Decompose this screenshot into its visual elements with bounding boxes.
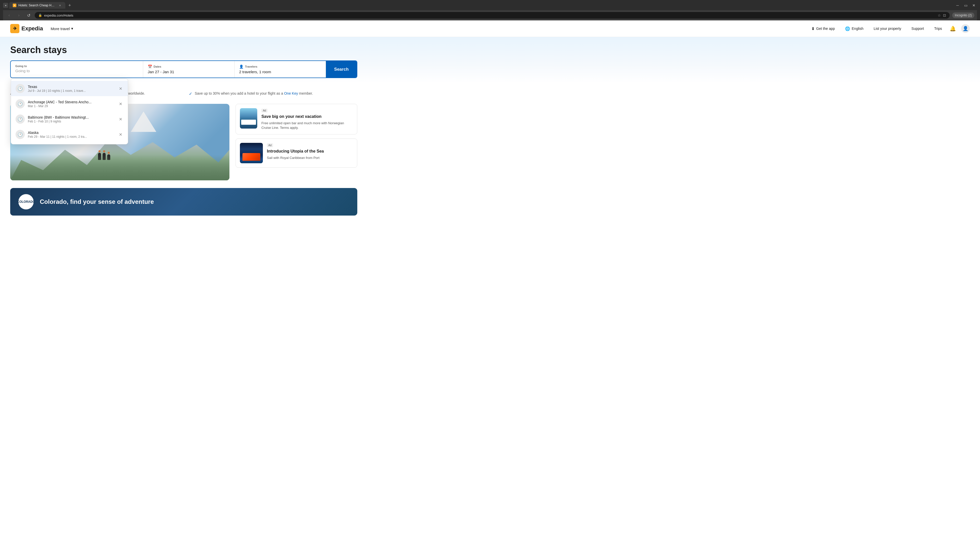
site-header: ✈ Expedia More travel ▾ ⬇ Get the app 🌐 … [0,21,980,37]
ad-badge-2: Ad [267,143,273,147]
tab-bar: ▾ ✈ Hotels: Search Cheap Hotels, D... ✕ … [3,2,977,9]
page-title: Search stays [10,44,970,56]
notifications-button[interactable]: 🔔 [950,25,956,32]
person-3 [107,154,110,160]
chevron-down-icon: ▾ [71,26,73,31]
snow-peak-2 [130,111,156,132]
remove-baltimore-button[interactable]: ✕ [118,116,123,123]
calendar-icon: 📅 [148,65,152,68]
dropdown-primary-3: Baltimore (BWI - Baltimore Washingt... [28,115,115,119]
dropdown-item-baltimore[interactable]: 🕐 Baltimore (BWI - Baltimore Washingt...… [11,111,128,127]
dropdown-text-anchorage: Anchorage (ANC - Ted Stevens Ancho... Ma… [28,100,115,108]
dropdown-item-texas[interactable]: 🕐 Texas Jul 9 - Jul 19 | 10 nights | 1 r… [11,81,128,96]
logo-text: Expedia [21,25,43,32]
dropdown-primary-2: Anchorage (ANC - Ted Stevens Ancho... [28,100,115,104]
search-button[interactable]: Search [326,61,357,78]
language-label: English [852,27,863,30]
list-property-label: List your property [873,27,901,30]
close-window-button[interactable]: ✕ [971,2,977,8]
going-to-value: Going to [15,68,138,73]
refresh-button[interactable]: ↺ [25,12,32,19]
active-tab[interactable]: ✈ Hotels: Search Cheap Hotels, D... ✕ [9,2,65,9]
history-icon-2: 🕐 [16,99,25,108]
ad-card-cruise2[interactable]: Ad Introducing Utopia of the Sea Sail wi… [235,138,357,168]
back-button[interactable]: ‹ [6,12,13,19]
ad-card-1-desc: Free unlimited open bar and much more wi… [261,121,353,130]
new-tab-button[interactable]: + [66,2,73,9]
ad-card-cruise1[interactable]: Ad Save big on your next vacation Free u… [235,104,357,135]
search-form: Going to Going to 🕐 Texas Jul 9 - Jul 19… [10,60,357,78]
travelers-label: 👤 Travelers [239,65,321,68]
tab-favicon: ✈ [13,3,16,7]
hero-section: Search stays Going to Going to 🕐 Texas J… [0,37,980,83]
going-to-label: Going to [15,65,138,68]
ad-card-1-content: Ad Save big on your next vacation Free u… [261,108,353,130]
trips-label: Trips [934,27,942,30]
dates-label: 📅 Dates [148,65,230,68]
ad-card-2-content: Ad Introducing Utopia of the Sea Sail wi… [267,143,324,160]
more-travel-button[interactable]: More travel ▾ [48,25,76,32]
globe-icon: 🌐 [845,26,850,31]
ad-card-1-title: Save big on your next vacation [261,114,353,119]
promo-right-suffix: member. [298,91,313,95]
minimize-button[interactable]: ─ [955,2,961,8]
user-menu-button[interactable]: 👤 [961,24,970,33]
dropdown-text-texas: Texas Jul 9 - Jul 19 | 10 nights | 1 roo… [28,85,115,93]
trips-button[interactable]: Trips [932,25,945,32]
colorado-text: Colorado, find your sense of adventure [40,198,154,205]
download-icon: ⬇ [811,26,815,31]
travelers-value: 2 travelers, 1 room [239,70,321,74]
ad-thumb-2 [240,143,263,163]
tab-close-button[interactable]: ✕ [58,3,62,7]
list-property-button[interactable]: List your property [871,25,904,32]
dates-field[interactable]: 📅 Dates Jan 27 - Jan 31 [143,61,234,78]
maximize-button[interactable]: ▭ [963,2,969,8]
colorado-logo-text: COLORADO [17,200,35,203]
dropdown-secondary-2: Mar 1 - Mar 29 [28,104,115,108]
extension-icon[interactable]: ⊡ [943,13,946,17]
tab-group-indicator[interactable]: ▾ [3,3,8,8]
mountain-people [98,153,110,160]
page: ✈ Expedia More travel ▾ ⬇ Get the app 🌐 … [0,21,980,551]
colorado-logo: COLORADO [18,194,34,210]
dropdown-item-anchorage[interactable]: 🕐 Anchorage (ANC - Ted Stevens Ancho... … [11,96,128,111]
address-bar[interactable]: 🔒 expedia.com/Hotels ☆ ⊡ [35,12,950,19]
logo[interactable]: ✈ Expedia [10,24,43,33]
search-dropdown: 🕐 Texas Jul 9 - Jul 19 | 10 nights | 1 r… [11,79,128,144]
ad-badge-1: Ad [261,109,267,113]
colorado-banner[interactable]: COLORADO Colorado, find your sense of ad… [10,188,357,216]
history-icon-3: 🕐 [16,114,25,124]
window-controls: ─ ▭ ✕ [955,2,977,8]
language-button[interactable]: 🌐 English [842,25,866,33]
get-app-button[interactable]: ⬇ Get the app [809,25,837,33]
more-travel-label: More travel [51,27,70,31]
forward-button[interactable]: › [15,12,22,19]
remove-alaska-button[interactable]: ✕ [118,131,123,138]
browser-chrome: ▾ ✈ Hotels: Search Cheap Hotels, D... ✕ … [0,0,980,21]
dropdown-primary: Texas [28,85,115,89]
tab-title: Hotels: Search Cheap Hotels, D... [18,3,56,7]
promo-right-prefix: Save up to 30% when you add a hotel to y… [195,91,284,95]
history-icon-4: 🕐 [16,130,25,139]
person-icon: 👤 [239,65,243,68]
going-to-field[interactable]: Going to Going to 🕐 Texas Jul 9 - Jul 19… [11,61,143,78]
one-key-link-right[interactable]: One Key [284,91,298,95]
support-button[interactable]: Support [909,25,926,32]
bookmark-icon[interactable]: ☆ [938,13,941,17]
remove-anchorage-button[interactable]: ✕ [118,100,123,107]
remove-texas-button[interactable]: ✕ [118,85,123,92]
ad-card-2-desc: Sail with Royal Caribbean from Port [267,156,324,160]
incognito-button[interactable]: Incognito (2) [952,13,974,18]
logo-icon: ✈ [10,24,19,33]
header-right: ⬇ Get the app 🌐 English List your proper… [809,24,970,33]
dropdown-secondary-4: Feb 29 - Mar 11 | 11 nights | 1 room, 2 … [28,135,115,138]
dropdown-secondary-3: Feb 1 - Feb 10 | 9 nights [28,120,115,123]
person-1 [98,153,101,160]
person-2 [103,153,106,160]
dropdown-primary-4: Alaska [28,130,115,135]
dropdown-text-baltimore: Baltimore (BWI - Baltimore Washingt... F… [28,115,115,123]
dropdown-item-alaska[interactable]: 🕐 Alaska Feb 29 - Mar 11 | 11 nights | 1… [11,127,128,142]
url-text: expedia.com/Hotels [44,14,935,17]
travelers-field[interactable]: 👤 Travelers 2 travelers, 1 room [234,61,326,78]
history-icon: 🕐 [16,84,25,93]
